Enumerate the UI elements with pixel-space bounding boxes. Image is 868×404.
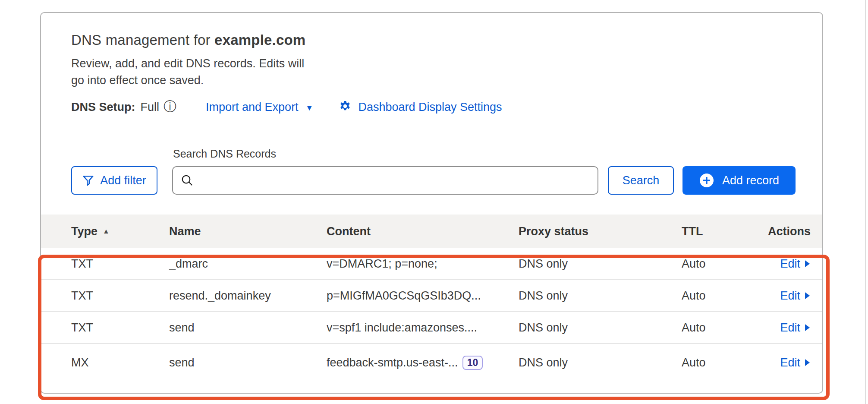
info-icon[interactable]: ⓘ [164,100,176,113]
search-box [172,166,598,195]
cell-proxy-status: DNS only [519,321,682,335]
cell-name: send [169,356,327,369]
cell-name: _dmarc [169,257,327,271]
cell-content: v=DMARC1; p=none; [327,257,519,271]
cell-proxy-status: DNS only [519,289,682,303]
page-title-prefix: DNS management for [71,32,214,48]
cell-proxy-status: DNS only [519,356,682,369]
dns-setup-value: Full [141,101,160,114]
chevron-right-icon [805,292,810,300]
add-record-button[interactable]: Add record [682,166,796,195]
column-header-ttl[interactable]: TTL [682,225,768,238]
add-filter-button[interactable]: Add filter [71,166,157,195]
add-filter-label: Add filter [100,174,146,187]
table-row: TXT _dmarc v=DMARC1; p=none; DNS only Au… [41,248,822,280]
record-content-text: feedback-smtp.us-east-... [327,356,458,369]
cell-content: p=MIGfMA0GCSqGSIb3DQ... [327,289,519,303]
cell-type: TXT [71,257,169,271]
edit-record-button[interactable]: Edit [780,356,810,369]
search-input[interactable] [172,166,598,195]
cell-actions: Edit [768,321,810,335]
dashboard-display-settings-link[interactable]: Dashboard Display Settings [338,100,502,114]
cell-name: resend._domainkey [169,289,327,303]
column-header-actions: Actions [768,225,811,238]
cell-ttl: Auto [682,356,768,369]
edit-record-button[interactable]: Edit [780,321,810,335]
table-row: TXT resend._domainkey p=MIGfMA0GCSqGSIb3… [41,280,822,312]
dashboard-display-settings-label: Dashboard Display Settings [358,101,502,114]
table-row: TXT send v=spf1 include:amazonses.... DN… [41,312,822,344]
cell-content: feedback-smtp.us-east-... 10 [327,356,519,370]
chevron-down-icon: ▼ [305,103,314,113]
page-title-domain: example.com [214,32,305,48]
record-content-text: v=spf1 include:amazonses.... [327,321,477,335]
sort-ascending-icon: ▲ [103,227,110,235]
dns-records-table: Type ▲ Name Content Proxy status TTL Act… [41,215,822,381]
dns-management-screen: DNS management for example.com Review, a… [0,0,868,404]
search-group: Search DNS Records [172,148,598,195]
column-header-name[interactable]: Name [169,225,327,238]
cell-ttl: Auto [682,257,768,271]
cell-actions: Edit [768,257,810,271]
import-export-label: Import and Export [206,101,299,114]
search-button-label: Search [623,174,660,187]
toolbar: Add filter Search DNS Records Search [41,148,822,195]
cell-content: v=spf1 include:amazonses.... [327,321,519,335]
card-header: DNS management for example.com Review, a… [41,13,822,114]
record-content-text: v=DMARC1; p=none; [327,257,437,271]
cell-ttl: Auto [682,289,768,303]
chevron-right-icon [805,359,810,366]
column-header-content[interactable]: Content [327,225,519,238]
page-subtitle-line2: go into effect once saved. [71,72,796,89]
dns-setup-label: DNS Setup: [71,101,135,114]
gear-icon [338,100,352,114]
search-label: Search DNS Records [173,148,598,160]
edit-record-button[interactable]: Edit [780,289,810,303]
chevron-right-icon [805,260,810,268]
page-subtitle-line1: Review, add, and edit DNS records. Edits… [71,55,796,72]
cell-actions: Edit [768,289,810,303]
column-header-proxy-status[interactable]: Proxy status [519,225,682,238]
page-right-edge-divider [865,0,866,404]
column-header-type-label: Type [71,225,97,238]
search-icon [181,174,194,187]
page-title: DNS management for example.com [71,32,796,48]
plus-circle-icon [699,173,714,188]
cell-name: send [169,321,327,335]
cell-proxy-status: DNS only [519,257,682,271]
cell-type: TXT [71,289,169,303]
dns-management-card: DNS management for example.com Review, a… [40,12,823,394]
cell-type: MX [71,356,169,369]
edit-label: Edit [780,289,800,303]
record-content-text: p=MIGfMA0GCSqGSIb3DQ... [327,289,481,303]
priority-badge: 10 [462,356,483,370]
chevron-right-icon [805,324,810,331]
cell-ttl: Auto [682,321,768,335]
column-header-type[interactable]: Type ▲ [71,225,169,238]
edit-label: Edit [780,356,800,369]
table-header-row: Type ▲ Name Content Proxy status TTL Act… [41,215,822,248]
add-record-label: Add record [722,174,779,187]
cell-type: TXT [71,321,169,335]
import-export-link[interactable]: Import and Export ▼ [206,101,313,114]
edit-label: Edit [780,257,800,271]
page-subtitle: Review, add, and edit DNS records. Edits… [71,55,796,89]
cell-actions: Edit [768,356,810,369]
filter-funnel-icon [82,175,94,186]
table-row: MX send feedback-smtp.us-east-... 10 DNS… [41,344,822,381]
search-button[interactable]: Search [608,166,674,195]
dns-setup-row: DNS Setup: Full ⓘ Import and Export ▼ Da… [71,100,796,114]
edit-record-button[interactable]: Edit [780,257,810,271]
edit-label: Edit [780,321,800,335]
